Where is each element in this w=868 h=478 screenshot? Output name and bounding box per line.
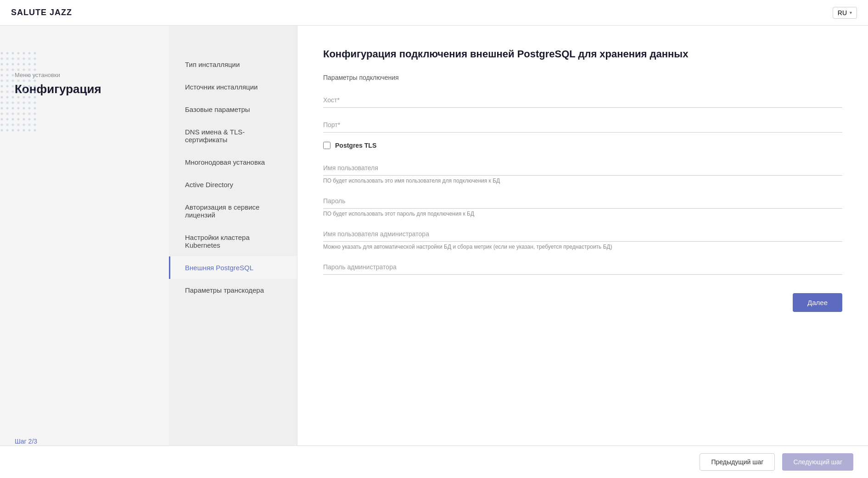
step-label: Шаг 2/3: [15, 438, 152, 445]
next-button[interactable]: Далее: [793, 293, 842, 312]
next-button-container: Далее: [323, 286, 842, 312]
nav-item-dns-tls[interactable]: DNS имена & TLS-сертификаты: [169, 121, 297, 151]
postgres-tls-row: Postgres TLS: [323, 142, 842, 149]
host-input[interactable]: [323, 92, 842, 108]
postgres-tls-label: Postgres TLS: [335, 142, 376, 149]
next-step-button[interactable]: Следующий шаг: [782, 453, 853, 471]
admin-username-hint: Можно указать для автоматической настрой…: [323, 244, 842, 250]
nav-menu: Тип инсталляции Источник инсталляции Баз…: [169, 26, 297, 478]
prev-step-button[interactable]: Предыдущий шаг: [700, 453, 775, 471]
main-container: Меню установки Конфигурация Шаг 2/3 Тип …: [0, 26, 868, 478]
admin-username-field-group: Можно указать для автоматической настрой…: [323, 226, 842, 250]
language-selector[interactable]: RU ▾: [833, 7, 857, 19]
svg-rect-1: [0, 51, 37, 134]
lang-label: RU: [838, 9, 847, 17]
username-hint: ПО будет использовать это имя пользовате…: [323, 178, 842, 184]
nav-item-base-params[interactable]: Базовые параметры: [169, 98, 297, 121]
nav-item-license-auth[interactable]: Авторизация в сервисе лицензий: [169, 196, 297, 226]
chevron-down-icon: ▾: [850, 10, 852, 15]
admin-password-input[interactable]: [323, 259, 842, 275]
bottom-nav: Предыдущий шаг Следующий шаг: [0, 445, 868, 478]
nav-item-installation-type[interactable]: Тип инсталляции: [169, 53, 297, 76]
nav-item-active-directory[interactable]: Active Directory: [169, 173, 297, 196]
admin-username-input[interactable]: [323, 226, 842, 242]
nav-item-multinode[interactable]: Многонодовая установка: [169, 151, 297, 173]
password-hint: ПО будет использовать этот пароль для по…: [323, 211, 842, 217]
port-input[interactable]: [323, 117, 842, 133]
password-field-group: ПО будет использовать этот пароль для по…: [323, 193, 842, 217]
connection-params-label: Параметры подключения: [323, 74, 842, 81]
password-input[interactable]: [323, 193, 842, 209]
left-sidebar: Меню установки Конфигурация Шаг 2/3: [0, 26, 169, 478]
postgres-tls-checkbox[interactable]: [323, 142, 330, 149]
username-field-group: ПО будет использовать это имя пользовате…: [323, 160, 842, 184]
nav-item-transcoder[interactable]: Параметры транскодера: [169, 279, 297, 301]
content-title: Конфигурация подключения внешней Postgre…: [323, 48, 842, 61]
app-logo: SALUTE JAZZ: [11, 8, 72, 17]
content-area: Конфигурация подключения внешней Postgre…: [297, 26, 868, 478]
decorative-dots: [0, 51, 37, 134]
username-input[interactable]: [323, 160, 842, 176]
admin-password-field-group: [323, 259, 842, 275]
host-field-group: [323, 92, 842, 108]
header: SALUTE JAZZ RU ▾: [0, 0, 868, 26]
nav-item-installation-source[interactable]: Источник инсталляции: [169, 76, 297, 98]
nav-item-kubernetes[interactable]: Настройки кластера Kubernetes: [169, 226, 297, 256]
port-field-group: [323, 117, 842, 133]
nav-item-external-postgres[interactable]: Внешняя PostgreSQL: [169, 256, 297, 279]
